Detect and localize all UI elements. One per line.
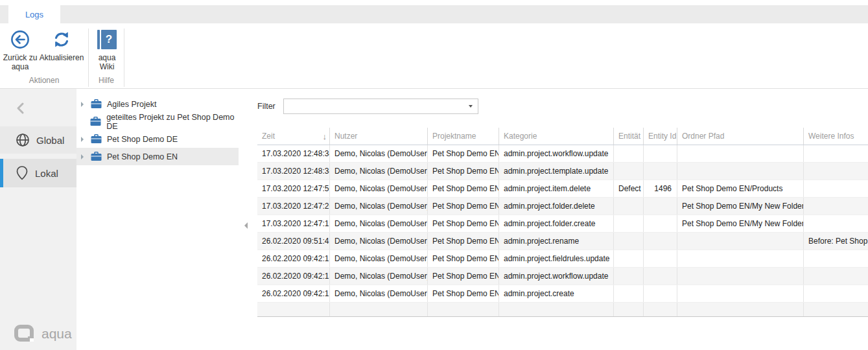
refresh-icon <box>38 28 86 51</box>
tree-item[interactable]: geteiltes Projekt zu Pet Shop Demo DE <box>76 113 239 130</box>
table-cell-entitaet <box>614 268 644 285</box>
ribbon-group-separator <box>124 29 124 87</box>
table-cell-ordner_pfad: Pet Shop Demo EN/My New Folder <box>677 198 804 215</box>
aqua-wiki-label: aqua Wiki <box>99 53 116 71</box>
table-cell-empty <box>499 303 614 316</box>
table-cell-nutzer: Demo, Nicolas (DemoUser) <box>330 198 428 215</box>
table-cell-empty <box>428 303 499 316</box>
column-header-nutzer[interactable]: Nutzer <box>330 128 428 145</box>
table-cell-weitere_infos: Before: Pet Shop <box>804 233 868 250</box>
back-to-aqua-label: Zurück zu aqua <box>3 53 38 71</box>
help-book-icon: ? <box>91 28 123 51</box>
sort-descending-icon: ↓ <box>323 132 327 141</box>
back-to-aqua-button[interactable]: Zurück zu aqua <box>3 28 38 71</box>
column-header-entitaet[interactable]: Entität <box>614 128 644 145</box>
table-cell-empty <box>644 303 677 316</box>
table-row[interactable]: 17.03.2020 12:47:15Demo, Nicolas (DemoUs… <box>257 215 868 233</box>
tree-splitter[interactable] <box>239 89 253 350</box>
column-header-label: Kategorie <box>504 132 537 141</box>
tree-item-label: geteiltes Projekt zu Pet Shop Demo DE <box>106 113 239 131</box>
aqua-logo-icon <box>13 324 36 344</box>
table-cell-zeit: 17.03.2020 12:47:26 <box>257 198 330 215</box>
column-header-label: Projektname <box>432 132 476 141</box>
table-cell-empty <box>804 303 868 316</box>
table-cell-ordner_pfad: Pet Shop Demo EN/Products <box>677 180 804 197</box>
table-cell-entity_id <box>644 145 677 162</box>
table-cell-entitaet <box>614 285 644 302</box>
table-cell-ordner_pfad <box>677 250 804 267</box>
column-header-kategorie[interactable]: Kategorie <box>499 128 614 145</box>
table-cell-kategorie: admin.project.folder.create <box>499 215 614 232</box>
filter-combobox[interactable] <box>283 99 478 114</box>
ribbon-group-hilfe: Hilfe <box>89 76 124 85</box>
table-cell-entitaet <box>614 145 644 162</box>
table-cell-projektname: Pet Shop Demo EN <box>428 250 499 267</box>
table-cell-kategorie: admin.project.fieldrules.update <box>499 250 614 267</box>
table-cell-entity_id <box>644 285 677 302</box>
table-row[interactable]: 26.02.2020 09:42:13Demo, Nicolas (DemoUs… <box>257 268 868 285</box>
column-header-label: Entität <box>618 132 640 141</box>
chevron-down-icon[interactable] <box>469 105 473 108</box>
project-briefcase-icon <box>91 134 102 144</box>
table-cell-kategorie: admin.project.rename <box>499 233 614 250</box>
table-row[interactable]: 17.03.2020 12:47:26Demo, Nicolas (DemoUs… <box>257 198 868 215</box>
table-cell-zeit: 17.03.2020 12:47:15 <box>257 215 330 232</box>
table-row[interactable]: 26.02.2020 09:51:41Demo, Nicolas (DemoUs… <box>257 233 868 250</box>
table-cell-weitere_infos <box>804 285 868 302</box>
table-cell-projektname: Pet Shop Demo EN <box>428 285 499 302</box>
table-cell-kategorie: admin.project.workflow.update <box>499 145 614 162</box>
table-cell-ordner_pfad <box>677 268 804 285</box>
log-table: Zeit↓NutzerProjektnameKategorieEntitätEn… <box>257 128 868 317</box>
table-cell-weitere_infos <box>804 250 868 267</box>
refresh-button[interactable]: Aktualisieren <box>38 28 86 62</box>
table-cell-projektname: Pet Shop Demo EN <box>428 215 499 232</box>
table-row[interactable]: 26.02.2020 09:42:12Demo, Nicolas (DemoUs… <box>257 285 868 303</box>
column-header-weitere_infos[interactable]: Weitere Infos <box>804 128 868 145</box>
column-header-zeit[interactable]: Zeit↓ <box>257 128 330 145</box>
sidebar-collapse-button[interactable] <box>13 100 29 116</box>
project-briefcase-icon <box>90 117 101 126</box>
tree-item[interactable]: Pet Shop Demo DE <box>76 130 239 148</box>
table-cell-nutzer: Demo, Nicolas (DemoUser) <box>330 145 428 162</box>
table-cell-entitaet <box>614 163 644 180</box>
table-cell-nutzer: Demo, Nicolas (DemoUser) <box>330 233 428 250</box>
collapse-panel-icon[interactable] <box>244 222 248 229</box>
expander-icon[interactable] <box>81 154 89 159</box>
sidebar-item-global[interactable]: Global <box>0 126 76 154</box>
table-cell-kategorie: admin.project.template.update <box>499 163 614 180</box>
table-cell-nutzer: Demo, Nicolas (DemoUser) <box>330 250 428 267</box>
table-row[interactable]: 26.02.2020 09:42:13Demo, Nicolas (DemoUs… <box>257 250 868 268</box>
table-row[interactable]: 17.03.2020 12:47:56Demo, Nicolas (DemoUs… <box>257 180 868 198</box>
aqua-logo: aqua <box>13 324 72 344</box>
tree-item[interactable]: Agiles Projekt <box>76 95 239 113</box>
table-cell-projektname: Pet Shop Demo EN <box>428 163 499 180</box>
table-cell-entity_id <box>644 198 677 215</box>
column-header-projektname[interactable]: Projektname <box>428 128 499 145</box>
table-row[interactable]: 17.03.2020 12:48:34Demo, Nicolas (DemoUs… <box>257 145 868 163</box>
sidebar: Global Lokal aqua <box>0 89 76 350</box>
table-cell-projektname: Pet Shop Demo EN <box>428 145 499 162</box>
log-table-body: 17.03.2020 12:48:34Demo, Nicolas (DemoUs… <box>257 145 868 317</box>
expander-icon[interactable] <box>81 137 89 142</box>
sidebar-item-lokal[interactable]: Lokal <box>0 159 76 187</box>
table-cell-entity_id <box>644 250 677 267</box>
log-table-header: Zeit↓NutzerProjektnameKategorieEntitätEn… <box>257 128 868 145</box>
table-cell-entitaet <box>614 233 644 250</box>
table-cell-nutzer: Demo, Nicolas (DemoUser) <box>330 285 428 302</box>
table-cell-weitere_infos <box>804 163 868 180</box>
filter-input[interactable] <box>284 99 467 112</box>
table-cell-projektname: Pet Shop Demo EN <box>428 268 499 285</box>
column-header-ordner_pfad[interactable]: Ordner Pfad <box>677 128 804 145</box>
table-cell-ordner_pfad <box>677 163 804 180</box>
table-cell-entity_id <box>644 163 677 180</box>
expander-icon[interactable] <box>81 102 89 107</box>
table-row[interactable]: 17.03.2020 12:48:34Demo, Nicolas (DemoUs… <box>257 163 868 180</box>
table-cell-entity_id <box>644 215 677 232</box>
column-header-entity_id[interactable]: Entity Id <box>644 128 677 145</box>
table-cell-nutzer: Demo, Nicolas (DemoUser) <box>330 268 428 285</box>
tab-logs[interactable]: Logs <box>8 5 60 23</box>
sidebar-item-lokal-label: Lokal <box>35 168 58 179</box>
aqua-wiki-button[interactable]: ? aqua Wiki <box>91 28 123 71</box>
tree-item[interactable]: Pet Shop Demo EN <box>76 148 239 165</box>
filter-label: Filter <box>257 102 276 111</box>
